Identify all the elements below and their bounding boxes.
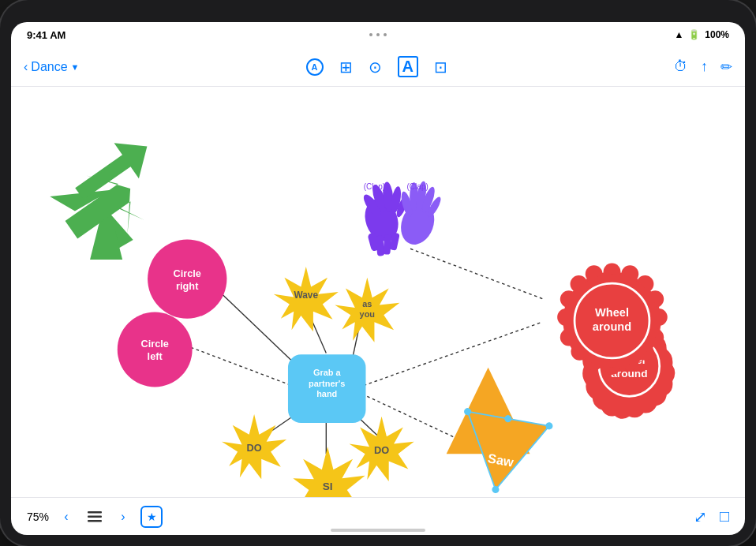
svg-text:left: left (148, 350, 163, 362)
svg-text:(Clap): (Clap) (364, 182, 385, 191)
timer-icon[interactable]: ⏱ (674, 58, 688, 75)
wheel-around-scallop[interactable]: Wheel around (557, 264, 668, 375)
grab-partner-shape[interactable]: Grab a partner's hand (288, 354, 366, 423)
star-icon: ★ (147, 510, 157, 523)
table-tool-button[interactable]: ⊞ (339, 58, 353, 77)
shapes-tool-button[interactable]: A (306, 58, 324, 76)
circle-right-shape[interactable]: Circle right (148, 239, 226, 318)
ipad-frame: 9:41 AM ▲ 🔋 100% ‹ Dance ▼ (0, 0, 756, 546)
svg-text:Wheel: Wheel (595, 306, 629, 319)
bottom-left: 75% ‹ › ★ (27, 506, 163, 528)
battery-icon: 🔋 (688, 29, 700, 40)
svg-rect-85 (88, 515, 102, 518)
si-shape[interactable]: SI (293, 447, 365, 497)
media-tool-button[interactable]: ⊙ (369, 58, 382, 77)
do-left-shape[interactable]: DO (222, 414, 286, 479)
canvas-svg: Wave as you DO SI (11, 87, 745, 497)
battery-label: 100% (705, 29, 729, 40)
status-dot-1 (369, 33, 372, 36)
arrange-icon[interactable]: ⤢ (694, 507, 707, 526)
svg-text:around: around (593, 320, 631, 333)
nav-prev-button[interactable]: ‹ (55, 506, 77, 528)
svg-text:(Clap): (Clap) (407, 182, 429, 191)
svg-text:DO: DO (247, 442, 262, 454)
toolbar-center: A ⊞ ⊙ A ⊡ (79, 56, 674, 77)
edit-icon[interactable]: ✏ (720, 58, 732, 76)
svg-line-6 (410, 249, 544, 299)
back-button[interactable]: ‹ Dance ▼ (24, 60, 79, 74)
text-tool-button[interactable]: A (398, 56, 418, 77)
star-button[interactable]: ★ (140, 506, 163, 528)
status-time: 9:41 AM (27, 29, 65, 41)
svg-text:DO: DO (374, 444, 389, 456)
wave-shape[interactable]: Wave (274, 267, 339, 331)
svg-text:hand: hand (316, 389, 337, 398)
dropdown-icon[interactable]: ▼ (71, 62, 80, 72)
zoom-label: 75% (27, 510, 49, 523)
image-tool-button[interactable]: ⊡ (434, 58, 447, 77)
svg-point-27 (118, 312, 193, 387)
do-right-shape[interactable]: DO (350, 417, 414, 481)
svg-point-24 (148, 239, 226, 318)
svg-text:you: you (360, 309, 375, 319)
fullscreen-icon[interactable]: □ (720, 507, 729, 525)
back-icon: ‹ (24, 60, 28, 74)
toolbar-right: ⏱ ↑ ✏ (674, 58, 732, 76)
toolbar: ‹ Dance ▼ A ⊞ ⊙ A ⊡ ⏱ ↑ ✏ (11, 47, 745, 87)
svg-text:Wave: Wave (294, 290, 319, 301)
bottom-right: ⤢ □ (694, 507, 729, 526)
svg-text:as: as (362, 299, 372, 309)
svg-text:Grab a: Grab a (313, 368, 342, 377)
status-bar: 9:41 AM ▲ 🔋 100% (11, 22, 745, 47)
svg-text:Circle: Circle (140, 338, 168, 350)
svg-text:Circle: Circle (174, 267, 201, 279)
wifi-icon: ▲ (674, 29, 683, 40)
list-button[interactable] (84, 506, 106, 528)
status-right: ▲ 🔋 100% (674, 29, 729, 40)
status-dot-2 (376, 33, 380, 36)
svg-text:partner's: partner's (309, 379, 345, 388)
status-dot-3 (384, 33, 387, 36)
toolbar-title: Dance (31, 60, 67, 74)
share-icon[interactable]: ↑ (701, 58, 708, 75)
svg-line-4 (191, 347, 292, 385)
clap-hands[interactable]: (Clap) (Clap) (359, 181, 443, 256)
svg-rect-86 (88, 520, 102, 522)
screen: 9:41 AM ▲ 🔋 100% ‹ Dance ▼ (11, 22, 745, 535)
circle-left-shape[interactable]: Circle left (118, 312, 193, 387)
svg-line-5 (364, 323, 541, 385)
toolbar-left: ‹ Dance ▼ (24, 60, 79, 74)
canvas[interactable]: Wave as you DO SI (11, 87, 745, 497)
nav-next-button[interactable]: › (112, 506, 134, 528)
svg-rect-84 (88, 511, 102, 514)
bottom-bar: 75% ‹ › ★ ⤢ □ (11, 497, 745, 535)
svg-text:right: right (176, 280, 199, 292)
svg-text:SI: SI (323, 481, 333, 492)
as-you-shape[interactable]: as you (335, 278, 399, 342)
